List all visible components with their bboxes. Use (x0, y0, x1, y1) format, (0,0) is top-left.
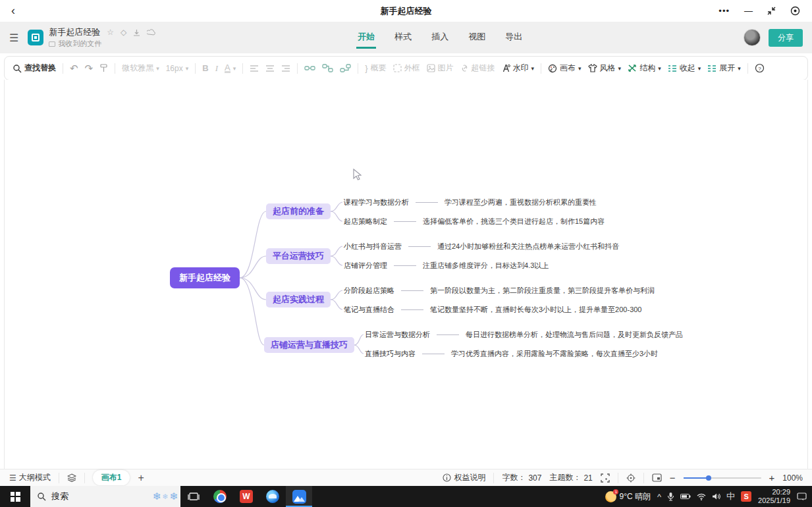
ime-indicator[interactable]: 中 (726, 491, 735, 502)
branch-node-preparation[interactable]: 起店前的准备 (266, 203, 331, 219)
statusbar: ☰ 大纲模式 画布1 + 权益说明 字数： 307 主题数： 21 (0, 469, 812, 486)
chrome-icon[interactable] (207, 486, 233, 507)
mindmap-canvas[interactable]: 新手起店经验 起店前的准备 平台运营技巧 起店实践过程 店铺运营与直播技巧 课程… (4, 80, 808, 469)
speaker-icon[interactable] (712, 493, 720, 500)
rights-info-button[interactable]: 权益说明 (443, 472, 485, 483)
redo-button[interactable]: ↷ (85, 63, 94, 74)
taskbar-clock[interactable]: 20:29 2025/1/19 (758, 488, 790, 505)
notification-icon[interactable] (797, 492, 807, 501)
target-icon[interactable] (790, 6, 800, 16)
image-button[interactable]: 图片 (427, 63, 454, 74)
zoom-slider-knob[interactable] (706, 475, 711, 481)
moon-weather-icon: 1 (605, 491, 616, 502)
canvas-button[interactable]: 画布 ▾ (548, 63, 582, 74)
mindmap-root-node[interactable]: 新手起店经验 (170, 267, 240, 288)
minimize-icon[interactable]: — (744, 6, 753, 16)
find-replace-button[interactable]: 查找替换 (13, 63, 56, 74)
start-button[interactable] (0, 486, 30, 507)
subtopic-row[interactable]: 分阶段起店策略 第一阶段以数量为主，第二阶段注重质量，第三阶段提升客单价与利润 (344, 284, 655, 296)
document-location[interactable]: 我收到的文件 (58, 39, 101, 49)
subtopic-row[interactable]: 笔记与直播结合 笔记数量坚持不断，直播时长每次3小时以上，提升单量至200-30… (344, 304, 642, 315)
weather-snowflakes-icon: ❄ ❄ ❄ (153, 486, 178, 507)
download-icon[interactable] (133, 29, 140, 36)
sogou-input-icon[interactable]: S (741, 491, 751, 502)
canvas-tab-1[interactable]: 画布1 (93, 470, 130, 485)
tab-view[interactable]: 视图 (467, 27, 487, 49)
zoom-level: 100% (782, 473, 803, 483)
document-title[interactable]: 新手起店经验 (49, 26, 100, 38)
outline-mode-button[interactable]: ☰ 大纲模式 (9, 472, 51, 483)
wifi-icon[interactable] (697, 493, 706, 500)
tab-style[interactable]: 样式 (393, 27, 413, 49)
align-left-icon[interactable] (250, 65, 259, 72)
microphone-icon[interactable] (667, 492, 674, 501)
battery-icon[interactable] (680, 493, 691, 500)
restore-icon[interactable] (767, 7, 776, 15)
zoom-slider[interactable] (684, 477, 761, 479)
subtopic-row[interactable]: 直播技巧与内容 学习优秀直播内容，采用露脸与不露脸策略，每次直播至少3小时 (365, 348, 658, 360)
svg-text:?: ? (758, 66, 761, 72)
layers-icon[interactable] (67, 473, 76, 482)
fit-screen-icon[interactable] (601, 473, 610, 483)
branch-node-store-live[interactable]: 店铺运营与直播技巧 (264, 337, 354, 353)
more-options-icon[interactable]: ••• (718, 6, 730, 16)
subtopic-row[interactable]: 起店策略制定 选择偏低客单价，挑选三个类目进行起店，制作15篇内容 (344, 215, 605, 227)
tray-expand-icon[interactable]: ^ (657, 492, 661, 502)
taskbar-search-input[interactable]: 搜索 ❄ ❄ ❄ (30, 486, 180, 507)
share-button[interactable]: 分享 (769, 29, 803, 47)
align-center-icon[interactable] (265, 65, 275, 72)
insert-subtopic-icon[interactable] (322, 64, 333, 72)
undo-button[interactable]: ↶ (70, 63, 78, 74)
insert-topic-icon[interactable] (304, 64, 315, 72)
hyperlink-button[interactable]: 超链接 (460, 63, 495, 74)
font-color-button[interactable]: A ▾ (225, 64, 236, 73)
edge-browser-icon[interactable] (259, 486, 286, 507)
insert-sibling-icon[interactable] (340, 64, 351, 72)
help-icon[interactable]: ? (755, 63, 765, 73)
collapse-button[interactable]: 收起 ▾ (668, 63, 701, 74)
titlebar: ‹ 新手起店经验 ••• — (0, 0, 812, 22)
zoom-in-button[interactable]: + (769, 472, 775, 483)
weather-tray[interactable]: 1 9°C 晴朗 (605, 491, 650, 502)
format-painter-icon[interactable] (99, 64, 108, 72)
branch-node-practice[interactable]: 起店实践过程 (266, 292, 331, 307)
font-family-select[interactable]: 微软雅黑 ▾ (122, 63, 159, 74)
task-view-button[interactable] (180, 486, 207, 507)
italic-button[interactable]: I (215, 63, 218, 74)
window-title: 新手起店经验 (0, 5, 812, 17)
subtopic-row[interactable]: 小红书与抖音运营 通过24小时加够粉丝和关注热点榜单来运营小红书和抖音 (344, 240, 619, 252)
expand-button[interactable]: 展开 ▾ (707, 63, 741, 74)
add-canvas-button[interactable]: + (138, 472, 144, 484)
minimap-icon[interactable] (652, 473, 662, 482)
user-avatar[interactable] (744, 29, 761, 46)
subtopic-row[interactable]: 课程学习与数据分析 学习课程至少两遍，重视数据分析积累的重要性 (344, 196, 597, 208)
toolbar: 查找替换 ↶ ↷ 微软雅黑 ▾ 16px ▾ B I A ▾ } 概要 (4, 56, 808, 80)
windows-logo-icon (11, 492, 20, 502)
favorite-star-icon[interactable]: ☆ (107, 28, 114, 37)
font-size-select[interactable]: 16px ▾ (166, 64, 189, 73)
zoom-out-button[interactable]: − (670, 472, 676, 483)
tab-insert[interactable]: 插入 (430, 27, 450, 49)
subtopic-row[interactable]: 店铺评分管理 注重店铺多维度评分，目标达到4.3以上 (344, 259, 549, 271)
frame-button[interactable]: 外框 (393, 63, 420, 74)
align-right-icon[interactable] (281, 65, 290, 72)
branch-node-platform-ops[interactable]: 平台运营技巧 (266, 248, 331, 264)
bold-button[interactable]: B (202, 63, 208, 73)
cloud-edit-icon[interactable] (147, 29, 155, 36)
app-header: ☰ 新手起店经验 ☆ ◇ 我收到的文件 开始 样式 插入 视图 导出 分享 (0, 22, 812, 53)
wps-icon[interactable]: W (233, 486, 259, 507)
app-logo-icon (28, 30, 43, 45)
style-button[interactable]: 风格 ▾ (588, 63, 622, 74)
watermark-button[interactable]: 水印 ▾ (502, 63, 535, 74)
summary-button[interactable]: } 概要 (365, 63, 386, 74)
tab-home[interactable]: 开始 (356, 27, 376, 49)
subtopic-row[interactable]: 日常运营与数据分析 每日进行数据榜单分析，处理物流与售后问题，及时更新负反馈产品 (365, 329, 683, 340)
mindmap-app-icon[interactable] (286, 486, 312, 507)
windows-taskbar: 搜索 ❄ ❄ ❄ W 1 9°C 晴朗 ^ (0, 486, 812, 507)
structure-button[interactable]: 结构 ▾ (628, 63, 661, 74)
tag-icon[interactable]: ◇ (121, 28, 126, 37)
topic-count: 主题数： 21 (549, 472, 592, 483)
locate-center-icon[interactable] (626, 473, 636, 483)
menu-icon[interactable]: ☰ (9, 32, 18, 44)
tab-export[interactable]: 导出 (504, 27, 524, 49)
